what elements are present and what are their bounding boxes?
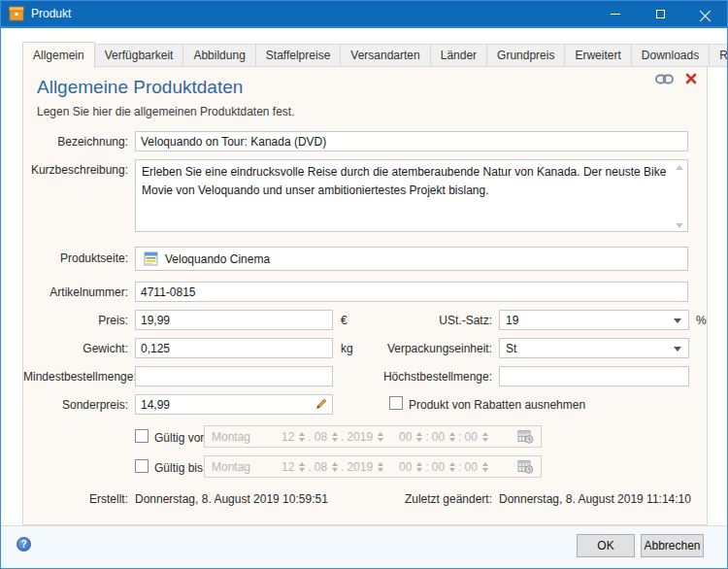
verpackungseinheit-combobox[interactable]: St [499,338,689,358]
minute-spinner[interactable] [449,462,455,472]
link-icon[interactable] [655,74,674,84]
erstellt-value: Donnerstag, 8. August 2019 10:59:51 [135,492,328,506]
tab-laender[interactable]: Länder [431,44,487,67]
ust-satz-unit: % [696,314,707,327]
page-subtitle: Legen Sie hier die allgemeinen Produktda… [37,105,295,118]
kurzbeschreibung-label: Kurzbeschreibung: [23,163,128,177]
gueltig-bis-label: Gültig bis: [154,461,206,475]
ok-button[interactable]: OK [577,534,635,557]
date-separator: . [341,460,344,474]
spinner-up-icon [482,462,488,466]
calendar-picker-button[interactable] [517,459,534,474]
spinner-down-icon [378,468,383,472]
help-icon[interactable]: ? [17,537,31,552]
tab-strip: Allgemein Verfügbarkeit Abbildung Staffe… [22,41,728,67]
second-spinner[interactable] [482,432,488,442]
remove-icon[interactable] [685,73,697,84]
gueltig-bis-datetime-picker[interactable]: Montag 12 . 08 . 2019 00 : 00 : 00 [204,455,542,478]
maximize-button[interactable] [638,1,682,26]
artikelnummer-input[interactable] [135,282,688,302]
chevron-down-icon [674,347,681,351]
spinner-up-icon [449,462,455,466]
spinner-up-icon [378,432,383,436]
spinner-up-icon [378,462,383,466]
time-separator: : [425,430,428,444]
month-spinner[interactable] [332,462,338,472]
tab-allgemein[interactable]: Allgemein [22,42,95,68]
titlebar[interactable]: Produkt [1,1,727,28]
verpackungseinheit-value: St [506,342,516,355]
calendar-clock-icon [517,429,534,444]
calendar-picker-button[interactable] [517,429,534,444]
gueltig-von-datetime-picker[interactable]: Montag 12 . 08 . 2019 00 : 00 : 00 [204,425,542,448]
weekday-value: Montag [212,460,281,474]
zuletzt-geaendert-value: Donnerstag, 8. August 2019 11:14:10 [499,492,691,506]
minute-value: 00 [432,430,445,444]
ust-satz-label: USt.-Satz: [332,314,492,327]
gueltig-bis-checkbox[interactable] [135,459,149,473]
produktseite-item[interactable]: Veloquando Cinema [135,247,688,271]
textarea-scroll-down-icon[interactable] [676,223,683,228]
hour-value: 00 [399,460,412,474]
tab-abbildung[interactable]: Abbildung [183,44,255,67]
mindestbestellmenge-input[interactable] [135,366,333,386]
close-button[interactable] [682,1,727,26]
edit-pencil-icon[interactable] [314,397,328,411]
tab-downloads[interactable]: Downloads [632,44,710,67]
year-value: 2019 [347,460,373,474]
rabatt-checkbox[interactable] [389,396,403,410]
spinner-down-icon [482,468,488,472]
tab-versandarten[interactable]: Versandarten [341,44,430,67]
sonderpreis-label: Sonderpreis: [23,398,128,412]
day-spinner[interactable] [299,432,305,442]
tab-grundpreis[interactable]: Grundpreis [487,44,565,67]
product-app-icon [9,6,24,21]
erstellt-label: Erstellt: [23,492,128,506]
day-value: 12 [281,430,294,444]
year-spinner[interactable] [378,462,383,472]
cancel-button[interactable]: Abbrechen [641,534,704,557]
year-spinner[interactable] [378,432,383,442]
hour-spinner[interactable] [416,432,422,442]
bezeichnung-input[interactable] [135,131,688,151]
date-separator: . [308,460,311,474]
day-value: 12 [281,460,294,474]
weekday-value: Montag [212,430,281,444]
spinner-up-icon [416,462,422,466]
minute-value: 00 [432,460,445,474]
tab-staffelpreise[interactable]: Staffelpreise [256,44,342,67]
hoechstbestellmenge-input[interactable] [499,366,689,386]
gueltig-von-checkbox[interactable] [135,429,149,443]
sonderpreis-input[interactable] [135,394,333,415]
time-separator: : [458,430,461,444]
textarea-scroll-up-icon[interactable] [676,165,683,170]
tab-erweitert[interactable]: Erweitert [565,44,631,67]
spinner-down-icon [378,438,383,442]
kurzbeschreibung-textarea[interactable]: Erleben Sie eine eindrucksvolle Reise du… [135,159,688,232]
month-value: 08 [314,430,327,444]
ust-satz-combobox[interactable]: 19 [499,310,689,330]
spinner-down-icon [449,468,455,472]
month-spinner[interactable] [332,432,338,442]
tab-verfuegbarkeit[interactable]: Verfügbarkeit [95,44,184,67]
spinner-down-icon [299,468,305,472]
spinner-up-icon [299,432,305,436]
second-spinner[interactable] [482,462,488,472]
gewicht-input[interactable] [135,338,333,358]
date-separator: . [341,430,344,444]
spinner-up-icon [449,432,455,436]
day-spinner[interactable] [299,462,305,472]
preis-input[interactable] [135,310,333,330]
maximize-icon [656,10,665,18]
spinner-up-icon [416,432,422,436]
produktseite-label: Produktseite: [23,251,128,265]
hour-spinner[interactable] [416,462,422,472]
minute-spinner[interactable] [449,432,455,442]
spinner-down-icon [332,438,338,442]
spinner-up-icon [299,462,305,466]
tab-rechte[interactable]: Rechte [710,44,728,67]
hour-value: 00 [399,430,412,444]
artikelnummer-label: Artikelnummer: [23,285,128,299]
minimize-button[interactable] [593,1,638,26]
chevron-down-icon [674,318,681,323]
